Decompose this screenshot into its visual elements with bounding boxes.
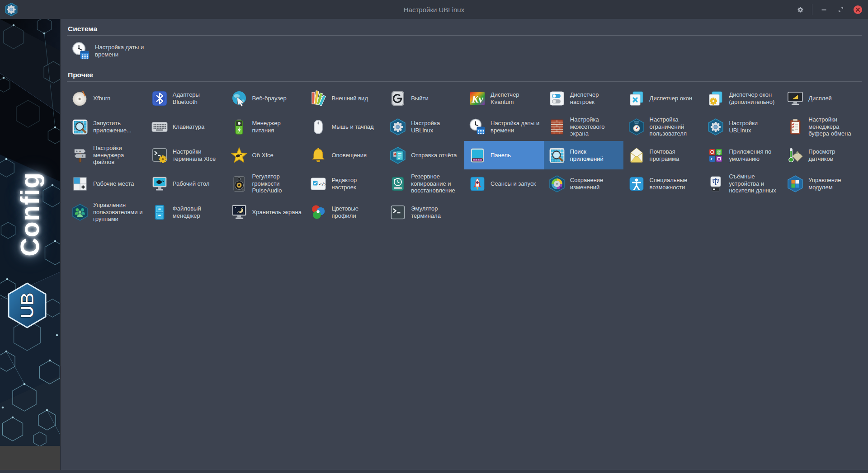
app-item[interactable]: Настройка даты и времени <box>464 112 544 141</box>
app-item[interactable]: Диспетчер настроек <box>544 84 623 112</box>
window-controls <box>795 0 863 19</box>
app-item-label: Эмулятор терминала <box>411 205 462 220</box>
app-item[interactable]: Сеансы и запуск <box>464 169 544 198</box>
app-item[interactable]: Настройка ограничений пользователя <box>623 112 703 141</box>
desktop-icon <box>151 175 169 193</box>
brand-text: Config <box>7 146 52 282</box>
close-button[interactable] <box>853 5 863 14</box>
app-item[interactable]: Съёмные устройства и носители данных <box>703 169 782 198</box>
app-item-label: Адаптеры Bluetooth <box>173 91 224 106</box>
app-item-label: Настройка межсетевого экрана <box>570 116 621 138</box>
app-item[interactable]: Запустить приложение... <box>67 112 146 141</box>
app-item[interactable]: Поиск приложений <box>544 141 623 169</box>
app-item[interactable]: @ Приложения по умолчанию <box>703 141 782 169</box>
modules-icon <box>786 175 804 193</box>
ub-gear-icon <box>707 118 725 136</box>
app-item-label: Хранитель экрана <box>252 209 302 216</box>
app-item-label: Xfburn <box>93 95 110 102</box>
mouse-icon <box>309 118 327 136</box>
app-item[interactable]: Панель <box>464 141 544 169</box>
app-item[interactable]: </> Редактор настроек <box>305 169 385 198</box>
app-item[interactable]: Настройки UBLinux <box>703 112 782 141</box>
browser-icon <box>230 89 248 108</box>
app-item[interactable]: Веб-браузер <box>226 84 306 112</box>
app-item[interactable]: Настройки менеджера буфера обмена <box>782 112 862 141</box>
app-item[interactable]: Менеджер питания <box>226 112 306 141</box>
terminal-settings-icon <box>151 146 169 164</box>
minimize-button[interactable] <box>819 5 829 14</box>
app-item[interactable]: Специальные возможности <box>623 169 703 198</box>
app-item[interactable]: Внешний вид <box>305 84 385 112</box>
app-item[interactable]: Диспетчер окон (дополнительно) <box>703 84 782 112</box>
titlebar: Настройки UBLinux <box>0 0 868 19</box>
app-item-label: Приложения по умолчанию <box>729 148 780 163</box>
svg-text:</>: </> <box>319 181 327 186</box>
app-item-label: Настройка даты и времени <box>95 44 144 58</box>
app-item-label: Регулятор громкости PulseAudio <box>252 173 303 195</box>
app-item[interactable]: Дисплей <box>782 84 862 112</box>
app-item-label: Рабочие места <box>93 180 134 187</box>
app-item-label: Диспетчер окон (дополнительно) <box>729 91 780 106</box>
app-item[interactable]: Хранитель экрана <box>226 198 306 226</box>
terminal-icon <box>389 203 407 221</box>
app-item[interactable]: Рабочий стол <box>146 169 226 198</box>
user-limits-icon <box>627 118 646 136</box>
app-item[interactable]: Управление модулем <box>782 169 862 198</box>
ub-gear-icon <box>389 118 407 136</box>
kvantum-icon: Kv <box>468 89 486 108</box>
app-item[interactable]: Об Xfce <box>226 141 306 169</box>
titlebar-gear-icon[interactable] <box>795 5 805 14</box>
app-item[interactable]: Выйти <box>385 84 464 112</box>
system-grid: Настройка даты и времени <box>67 38 862 64</box>
app-item[interactable]: Адаптеры Bluetooth <box>146 84 226 112</box>
app-item-label: Управления пользователями и группами <box>93 201 144 223</box>
ublinux-app-icon <box>4 2 19 17</box>
settings-editor-icon: </> <box>309 175 327 193</box>
users-icon <box>71 203 89 221</box>
app-item-label: Оповещения <box>331 152 367 159</box>
ub-logo: UB <box>5 282 49 329</box>
window-manager-icon <box>627 89 646 108</box>
app-item[interactable]: Оповещения <box>305 141 385 169</box>
accessibility-icon <box>627 175 646 193</box>
app-item[interactable]: Клавиатура <box>146 112 226 141</box>
star-icon <box>230 146 248 164</box>
app-item[interactable]: Мышь и тачпад <box>305 112 385 141</box>
app-item-label: Настройки менеджера буфера обмена <box>808 116 859 138</box>
app-item[interactable]: Файловый менеджер <box>146 198 226 226</box>
app-item-label: Сохранение изменений <box>570 177 621 191</box>
app-item[interactable]: Настройка даты и времени <box>67 38 146 64</box>
app-item[interactable]: Сохранение изменений <box>544 169 623 198</box>
app-item-label: Цветовые профили <box>331 205 382 220</box>
app-item[interactable]: Почтовая программа <box>623 141 703 169</box>
app-item[interactable]: Настройки менеджера файлов <box>67 141 146 169</box>
app-item[interactable]: Kv Диспетчер Kvantum <box>464 84 544 112</box>
restore-button[interactable] <box>836 5 846 14</box>
app-item-label: Почтовая программа <box>650 148 701 163</box>
app-item[interactable]: Регулятор громкости PulseAudio <box>226 169 306 198</box>
app-item[interactable]: 30°C Просмотр датчиков <box>782 141 862 169</box>
app-item[interactable]: Настройка UBLinux <box>385 112 464 141</box>
app-item[interactable]: Xfburn <box>67 84 146 112</box>
app-item-label: Настройки менеджера файлов <box>93 145 144 166</box>
app-item-label: Об Xfce <box>252 152 274 159</box>
app-item[interactable]: Настройка межсетевого экрана <box>544 112 623 141</box>
app-item-label: Отправка отчёта <box>411 152 457 159</box>
rocket-icon <box>468 175 486 193</box>
app-item[interactable]: Эмулятор терминала <box>385 198 464 226</box>
clipboard-icon <box>786 118 804 136</box>
app-item-label: Настройки UBLinux <box>729 120 780 134</box>
keyboard-icon <box>151 118 169 136</box>
app-item[interactable]: Рабочие места <box>67 169 146 198</box>
app-item[interactable]: Диспетчер окон <box>623 84 703 112</box>
app-item-label: Поиск приложений <box>570 148 621 163</box>
app-item[interactable]: Отправка отчёта <box>385 141 464 169</box>
bell-icon <box>309 146 327 164</box>
app-finder-icon <box>71 118 89 136</box>
app-item[interactable]: Управления пользователями и группами <box>67 198 146 226</box>
app-item-label: Сеансы и запуск <box>491 180 536 187</box>
app-item[interactable]: Настройки терминала Xfce <box>146 141 226 169</box>
app-item[interactable]: Резервное копирование и восстановление <box>385 169 464 198</box>
app-item-label: Настройка ограничений пользователя <box>650 116 701 138</box>
app-item[interactable]: Цветовые профили <box>305 198 385 226</box>
